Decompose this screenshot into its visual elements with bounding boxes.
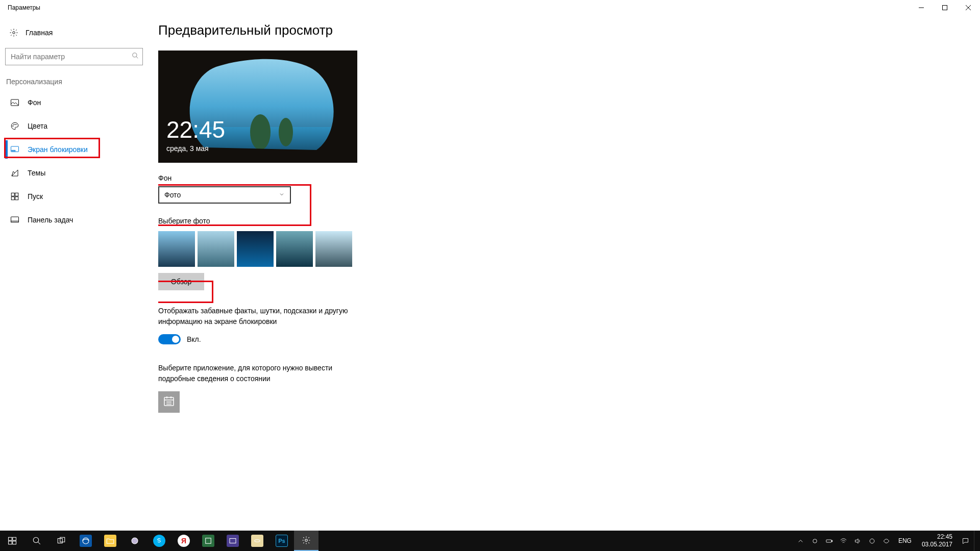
tray-wifi-icon[interactable]	[838, 531, 849, 551]
taskbar-app-skype[interactable]	[147, 531, 172, 551]
sidebar: Главная Персонализация Фон	[0, 15, 158, 531]
show-desktop-button[interactable]	[974, 531, 977, 551]
palette-icon	[10, 121, 19, 131]
minimize-button[interactable]	[910, 0, 933, 15]
task-view-button[interactable]	[49, 531, 74, 551]
content: Предварительный просмотр	[158, 15, 980, 531]
taskbar-time: 22:45	[922, 533, 952, 541]
svg-rect-29	[9, 537, 12, 540]
taskbar-icon	[10, 215, 19, 224]
photo-thumbnail[interactable]	[198, 231, 234, 267]
sidebar-item-themes[interactable]: Темы	[5, 161, 153, 185]
background-select-value: Фото	[164, 191, 181, 199]
photo-thumbnail[interactable]	[315, 231, 352, 267]
svg-point-4	[13, 32, 15, 34]
facts-toggle-state: Вкл.	[187, 335, 201, 343]
start-icon	[10, 192, 19, 201]
svg-point-5	[133, 53, 137, 57]
sidebar-item-taskbar[interactable]: Панель задач	[5, 208, 153, 232]
sidebar-item-lockscreen[interactable]: Экран блокировки	[5, 138, 153, 161]
preview-date: среда, 3 мая	[166, 144, 209, 153]
taskbar-app-edge[interactable]	[74, 531, 98, 551]
svg-point-8	[13, 126, 14, 127]
taskbar-language[interactable]: ENG	[895, 537, 915, 544]
sidebar-item-label: Цвета	[28, 122, 47, 130]
tray-app-icon-2[interactable]	[881, 531, 892, 551]
taskbar: Я Ps	[0, 531, 980, 551]
svg-point-37	[83, 538, 89, 544]
photo-thumbnail[interactable]	[158, 231, 195, 267]
taskbar-app-generic-1[interactable]	[122, 531, 147, 551]
svg-point-21	[250, 114, 271, 150]
status-app-label: Выберите приложение, для которого нужно …	[158, 363, 342, 384]
svg-point-45	[870, 539, 875, 543]
svg-rect-39	[206, 538, 211, 544]
svg-rect-15	[11, 197, 14, 200]
preview-time: 22:45	[166, 118, 225, 141]
photo-thumbnail[interactable]	[237, 231, 274, 267]
tray-volume-icon[interactable]	[852, 531, 864, 551]
tray-overflow-icon[interactable]	[795, 531, 806, 551]
chevron-down-icon	[279, 191, 285, 199]
sidebar-item-label: Экран блокировки	[28, 145, 88, 154]
svg-rect-31	[9, 541, 12, 544]
background-select[interactable]: Фото	[158, 186, 291, 204]
taskbar-date: 03.05.2017	[922, 541, 952, 548]
search-input[interactable]	[5, 48, 143, 65]
svg-line-34	[38, 542, 40, 544]
taskbar-app-photoshop[interactable]: Ps	[270, 531, 294, 551]
svg-point-41	[305, 539, 308, 542]
themes-icon	[10, 168, 19, 178]
browse-button[interactable]: Обзор	[158, 273, 204, 290]
svg-point-33	[33, 537, 39, 543]
lockscreen-preview: 22:45 среда, 3 мая	[158, 51, 357, 163]
svg-rect-12	[12, 151, 15, 152]
sidebar-home-label: Главная	[26, 29, 53, 37]
sidebar-item-start[interactable]: Пуск	[5, 185, 153, 208]
sidebar-item-label: Темы	[28, 169, 45, 177]
taskbar-app-paint[interactable]	[245, 531, 270, 551]
taskbar-app-explorer[interactable]	[98, 531, 122, 551]
search-wrap	[5, 48, 143, 65]
taskbar-search-button[interactable]	[24, 531, 49, 551]
svg-point-10	[16, 124, 17, 125]
sidebar-group-title: Персонализация	[5, 74, 153, 91]
svg-point-38	[132, 538, 138, 544]
taskbar-app-settings[interactable]	[294, 531, 318, 551]
taskbar-app-yandex[interactable]: Я	[172, 531, 196, 551]
sidebar-item-label: Фон	[28, 98, 41, 107]
start-button[interactable]	[0, 531, 24, 551]
sidebar-item-label: Пуск	[28, 192, 43, 201]
svg-rect-14	[15, 193, 18, 196]
calendar-icon	[163, 395, 175, 409]
picture-icon	[10, 98, 19, 107]
background-label: Фон	[158, 174, 960, 182]
sidebar-home[interactable]: Главная	[5, 20, 153, 45]
tray-status-icon[interactable]	[810, 531, 821, 551]
taskbar-app-generic-2[interactable]	[196, 531, 220, 551]
svg-rect-1	[943, 6, 947, 10]
lockscreen-icon	[10, 145, 19, 154]
facts-toggle[interactable]	[158, 334, 181, 344]
photo-thumbnail[interactable]	[276, 231, 313, 267]
taskbar-clock[interactable]: 22:45 03.05.2017	[918, 533, 957, 548]
svg-rect-43	[826, 540, 831, 542]
page-title: Предварительный просмотр	[158, 22, 960, 38]
status-app-tile[interactable]	[158, 391, 180, 413]
sidebar-item-label: Панель задач	[28, 216, 73, 224]
search-icon	[132, 52, 139, 61]
photo-thumbnails	[158, 231, 960, 267]
maximize-button[interactable]	[933, 0, 957, 15]
sidebar-item-background[interactable]: Фон	[5, 91, 153, 114]
gear-icon	[9, 28, 18, 37]
sidebar-item-colors[interactable]: Цвета	[5, 114, 153, 138]
taskbar-app-generic-3[interactable]	[220, 531, 245, 551]
action-center-icon[interactable]	[960, 531, 971, 551]
tray-battery-icon[interactable]	[824, 531, 835, 551]
close-button[interactable]	[957, 0, 980, 15]
titlebar[interactable]: Параметры	[0, 0, 980, 15]
svg-line-6	[136, 57, 138, 59]
svg-rect-32	[13, 541, 16, 544]
svg-rect-18	[11, 221, 19, 222]
tray-app-icon-1[interactable]	[867, 531, 878, 551]
